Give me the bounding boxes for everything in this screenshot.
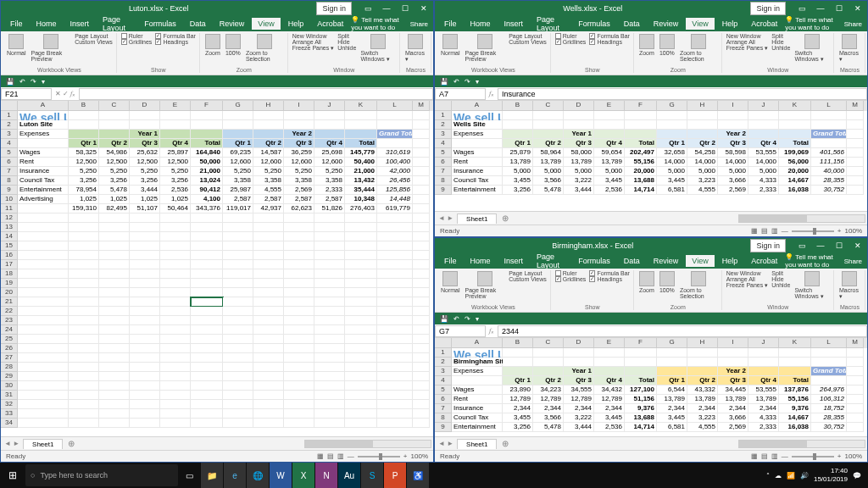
close-icon[interactable]: ✕	[849, 240, 867, 252]
save-icon[interactable]: 💾	[6, 78, 14, 86]
arrange-all-button[interactable]: Arrange All	[726, 39, 770, 45]
maximize-icon[interactable]: ☐	[396, 3, 415, 14]
unhide-button[interactable]: Unhide	[771, 282, 791, 288]
tell-me[interactable]: 💡 Tell me what you want to do	[785, 16, 838, 31]
normal-view-button[interactable]: Normal	[439, 33, 462, 57]
menu-data[interactable]: Data	[618, 18, 646, 30]
gridlines-checkbox[interactable]: Gridlines	[120, 39, 153, 45]
formula-bar-checkbox[interactable]: Formula Bar	[154, 33, 197, 39]
skype-icon[interactable]: S	[361, 463, 383, 488]
tell-me[interactable]: 💡 Tell me what you want to do	[785, 253, 838, 269]
save-icon[interactable]: 💾	[440, 78, 448, 86]
ribbon-toggle-icon[interactable]: ▭	[359, 3, 377, 14]
wifi-icon[interactable]: 📶	[787, 472, 795, 480]
macros-button[interactable]: Macros ▾	[837, 270, 862, 301]
headings-checkbox[interactable]: Headings	[588, 276, 631, 282]
hide-button[interactable]: Hide	[337, 39, 357, 45]
freeze-panes-button[interactable]: Freeze Panes ▾	[292, 45, 336, 52]
undo-icon[interactable]: ↶	[453, 315, 459, 323]
zoom-selection-button[interactable]: Zoom to Selection	[244, 33, 285, 63]
audition-icon[interactable]: Au	[338, 463, 360, 488]
zoom-out-button[interactable]: —	[348, 452, 354, 460]
name-box[interactable]: G7	[435, 325, 486, 337]
menu-review[interactable]: Review	[648, 18, 685, 30]
close-icon[interactable]: ✕	[415, 3, 433, 14]
fx-icon[interactable]: 𝑓ₓ	[70, 90, 75, 98]
menu-home[interactable]: Home	[465, 255, 497, 267]
tray-overflow-icon[interactable]: ˄	[766, 472, 770, 480]
zoom-slider[interactable]	[358, 456, 400, 458]
zoom-level[interactable]: 100%	[411, 452, 428, 460]
ruler-checkbox[interactable]: Ruler	[120, 33, 153, 39]
switch-windows-button[interactable]: Switch Windows ▾	[359, 33, 397, 64]
redo-icon[interactable]: ↷	[31, 78, 36, 86]
menu-insert[interactable]: Insert	[498, 255, 530, 267]
menu-data[interactable]: Data	[184, 18, 212, 30]
powerpoint-icon[interactable]: P	[384, 463, 406, 488]
zoom-button[interactable]: Zoom	[203, 33, 222, 57]
menu-help[interactable]: Help	[282, 18, 310, 30]
hide-button[interactable]: Hide	[771, 39, 791, 45]
formula-bar-input[interactable]	[79, 88, 433, 100]
normal-view-button[interactable]: Normal	[439, 270, 462, 294]
hide-button[interactable]: Hide	[771, 276, 791, 282]
freeze-panes-button[interactable]: Freeze Panes ▾	[726, 282, 770, 289]
headings-checkbox[interactable]: Headings	[154, 39, 197, 45]
page-break-preview-button[interactable]: Page Break Preview	[464, 270, 507, 300]
view-break-icon[interactable]: ▥	[337, 452, 344, 460]
menu-data[interactable]: Data	[618, 255, 646, 267]
save-icon[interactable]: 💾	[440, 315, 448, 323]
view-page-icon[interactable]: ▤	[327, 452, 334, 460]
arrange-all-button[interactable]: Arrange All	[292, 39, 336, 45]
fx-icon[interactable]: 𝑓ₓ	[489, 327, 494, 336]
gridlines-checkbox[interactable]: Gridlines	[554, 276, 587, 282]
custom-views-button[interactable]: Custom Views	[508, 276, 548, 282]
sheet-tab[interactable]: Sheet1	[23, 439, 63, 449]
zoom-100-button[interactable]: 100%	[658, 33, 676, 57]
menu-formulas[interactable]: Formulas	[138, 18, 182, 30]
undo-icon[interactable]: ↶	[453, 78, 459, 86]
file-explorer-icon[interactable]: 📁	[201, 463, 223, 488]
macros-button[interactable]: Macros ▾	[403, 33, 428, 64]
split-button[interactable]: Split	[337, 33, 357, 39]
menu-view[interactable]: View	[686, 18, 714, 30]
view-normal-icon[interactable]: ▦	[317, 452, 324, 460]
signin-button[interactable]: Sign in	[750, 2, 786, 15]
share-button[interactable]: Share	[844, 258, 862, 265]
share-button[interactable]: Share	[844, 20, 862, 28]
zoom-in-button[interactable]: +	[403, 452, 408, 460]
new-window-button[interactable]: New Window	[292, 33, 336, 39]
menu-view[interactable]: View	[686, 255, 714, 267]
accept-fx-icon[interactable]: ✓	[63, 90, 69, 98]
switch-windows-button[interactable]: Switch Windows ▾	[793, 270, 831, 301]
fx-icon[interactable]: 𝑓ₓ	[489, 90, 494, 98]
grid[interactable]: ABCDEFGHIJKLM1We sell Used Cars2Wells Si…	[435, 101, 867, 211]
zoom-button[interactable]: Zoom	[637, 33, 656, 57]
formula-bar-checkbox[interactable]: Formula Bar	[588, 33, 631, 39]
maximize-icon[interactable]: ☐	[830, 240, 849, 252]
formula-bar-input[interactable]: Insurance	[498, 88, 867, 100]
new-window-button[interactable]: New Window	[726, 270, 770, 276]
page-break-preview-button[interactable]: Page Break Preview	[30, 33, 73, 63]
start-button[interactable]: ⊞	[0, 463, 25, 488]
horizontal-scrollbar[interactable]	[514, 214, 867, 223]
name-box[interactable]: F21	[1, 88, 52, 100]
new-window-button[interactable]: New Window	[726, 33, 770, 39]
add-sheet-button[interactable]: ⊕	[497, 439, 514, 448]
redo-icon[interactable]: ↷	[465, 315, 470, 323]
signin-button[interactable]: Sign in	[316, 2, 352, 15]
search-box[interactable]: ○ Type here to search	[25, 464, 178, 486]
name-box[interactable]: A7	[435, 88, 486, 100]
menu-help[interactable]: Help	[716, 255, 744, 267]
menu-view[interactable]: View	[252, 18, 280, 30]
clock[interactable]: 17:40 15/01/2019	[814, 467, 848, 484]
headings-checkbox[interactable]: Headings	[588, 39, 631, 45]
custom-views-button[interactable]: Custom Views	[74, 39, 114, 45]
macros-button[interactable]: Macros ▾	[837, 33, 862, 64]
minimize-icon[interactable]: —	[811, 240, 830, 252]
redo-icon[interactable]: ↷	[465, 78, 470, 86]
page-layout-button[interactable]: Page Layout	[74, 33, 114, 39]
menu-home[interactable]: Home	[31, 18, 63, 30]
freeze-panes-button[interactable]: Freeze Panes ▾	[726, 45, 770, 52]
horizontal-scrollbar[interactable]	[80, 440, 433, 448]
